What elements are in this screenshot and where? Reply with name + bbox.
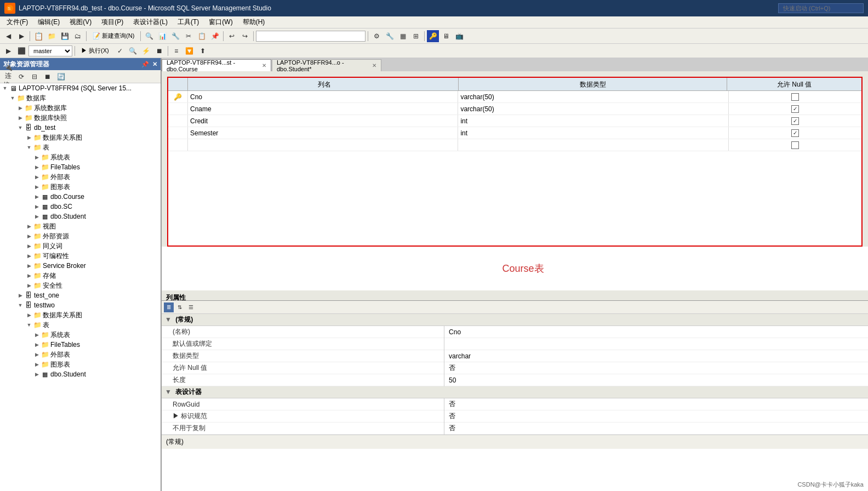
- debug-btn[interactable]: ⚡: [140, 45, 152, 57]
- parse-btn[interactable]: 🔍: [127, 45, 139, 57]
- prop-section-general[interactable]: ▼ (常规): [162, 314, 868, 326]
- tb-btn4[interactable]: 📊: [156, 30, 168, 42]
- stop-btn[interactable]: ⏹: [153, 45, 165, 57]
- new-query-btn[interactable]: 📝 新建查询(N): [89, 30, 138, 42]
- tree-item-graphtables[interactable]: ▶ 📁 图形表: [0, 182, 161, 192]
- props-btn1[interactable]: ≣: [164, 302, 174, 312]
- td-type-empty[interactable]: [458, 139, 728, 151]
- menu-file[interactable]: 文件(F): [2, 16, 32, 28]
- checkbox-semester[interactable]: [791, 129, 799, 137]
- tree-item-systables[interactable]: ▶ 📁 系统表: [0, 152, 161, 162]
- tb-btn5[interactable]: 🔧: [169, 30, 181, 42]
- tab-student-close[interactable]: ✕: [372, 62, 376, 68]
- table-row-empty[interactable]: [168, 139, 861, 151]
- menu-window[interactable]: 窗口(W): [204, 16, 237, 28]
- sort-btn[interactable]: ⬆: [197, 45, 209, 57]
- tree-item-programmability[interactable]: ▶ 📁 可编程性: [0, 251, 161, 261]
- toolbar-btn3[interactable]: 🗂: [72, 30, 84, 42]
- tree-item-servicebroker[interactable]: ▶ 📁 Service Broker: [0, 261, 161, 271]
- tree-item-testone[interactable]: ▶ 🗄 test_one: [0, 290, 161, 300]
- tree-item-diagrams[interactable]: ▶ 📁 数据库关系图: [0, 133, 161, 142]
- tree-item-synonyms[interactable]: ▶ 📁 同义词: [0, 241, 161, 251]
- menu-view[interactable]: 视图(V): [65, 16, 96, 28]
- toolbar-btn2[interactable]: 💾: [59, 30, 71, 42]
- table-row-cname[interactable]: Cname varchar(50): [168, 103, 861, 115]
- td-name-cno[interactable]: Cno: [188, 91, 458, 102]
- grid-btn[interactable]: ▦: [397, 30, 409, 42]
- tree-item-dbosc[interactable]: ▶ ▦ dbo.SC: [0, 202, 161, 212]
- tree-item-testtwo-systables[interactable]: ▶ 📁 系统表: [0, 330, 161, 340]
- quick-launch-input[interactable]: [778, 3, 864, 13]
- tb-btn7[interactable]: 📋: [196, 30, 208, 42]
- tree-item-tables[interactable]: ▼ 📁 表: [0, 142, 161, 152]
- tab-student[interactable]: LAPTOP-VT8FFR94...o - dbo.Student* ✕: [272, 59, 381, 71]
- toolbar-btn1[interactable]: 📁: [45, 30, 58, 42]
- tree-item-views[interactable]: ▶ 📁 视图: [0, 221, 161, 231]
- tree-item-testtwo-graph[interactable]: ▶ 📁 图形表: [0, 359, 161, 369]
- td-null-empty[interactable]: [729, 139, 861, 151]
- tree-item-testtwo-filetables[interactable]: ▶ 📁 FileTables: [0, 340, 161, 350]
- prop-row-identity[interactable]: ▶ 标识规范 否: [162, 410, 868, 423]
- tree-item-storage[interactable]: ▶ 📁 存储: [0, 271, 161, 281]
- td-name-credit[interactable]: Credit: [188, 115, 458, 127]
- tools-btn[interactable]: 🔧: [384, 30, 396, 42]
- tree-item-filetables[interactable]: ▶ 📁 FileTables: [0, 162, 161, 172]
- key-icon[interactable]: 🔑: [427, 30, 439, 42]
- tree-item-external[interactable]: ▶ 📁 外部资源: [0, 231, 161, 241]
- tree-item-snapshots[interactable]: ▶ 📁 数据库快照: [0, 113, 161, 123]
- tree-item-testtwo-diagrams[interactable]: ▶ 📁 数据库关系图: [0, 310, 161, 320]
- oe-pin[interactable]: 📌: [141, 61, 149, 68]
- db-icon-btn[interactable]: 🔍: [143, 30, 155, 42]
- tree-item-testtwo-tables[interactable]: ▼ 📁 表: [0, 320, 161, 330]
- undo-btn[interactable]: ↩: [226, 30, 238, 42]
- filter-btn[interactable]: 🔽: [184, 45, 196, 57]
- tb2-btn1[interactable]: ▶: [2, 45, 14, 57]
- tree-item-databases[interactable]: ▼ 📁 数据库: [0, 93, 161, 103]
- menu-project[interactable]: 项目(P): [97, 16, 128, 28]
- tab-course[interactable]: LAPTOP-VT8FFR94...st - dbo.Course ✕: [162, 59, 271, 71]
- checkbox-empty[interactable]: [791, 141, 799, 149]
- redo-btn[interactable]: ↪: [239, 30, 251, 42]
- td-type-cno[interactable]: varchar(50): [458, 91, 728, 102]
- tb2-btn2[interactable]: ⬛: [15, 45, 27, 57]
- oe-refresh-btn[interactable]: ⟳: [15, 71, 27, 83]
- tree-item-server[interactable]: ▼ 🖥 LAPTOP-VT8FFR94 (SQL Server 15...: [0, 83, 161, 93]
- menu-tools[interactable]: 工具(T): [173, 16, 203, 28]
- props-btn2[interactable]: ⇅: [175, 302, 185, 312]
- menu-edit[interactable]: 编辑(E): [33, 16, 64, 28]
- tree-item-testtwo-ext[interactable]: ▶ 📁 外部表: [0, 350, 161, 359]
- menu-tabledesigner[interactable]: 表设计器(L): [129, 16, 172, 28]
- oe-connect-btn[interactable]: 🔌 连接▾: [2, 71, 14, 83]
- prop-section-tabledesigner[interactable]: ▼ 表设计器: [162, 386, 868, 398]
- checkbox-cname[interactable]: [791, 105, 799, 113]
- checkbox-credit[interactable]: [791, 117, 799, 125]
- table-row-semester[interactable]: Semester int: [168, 127, 861, 139]
- tree-item-testtwo-student[interactable]: ▶ ▦ dbo.Student: [0, 369, 161, 379]
- search-input[interactable]: [256, 31, 366, 42]
- td-type-credit[interactable]: int: [458, 115, 728, 127]
- h-divider[interactable]: 列属性: [162, 296, 868, 300]
- checkbox-cno[interactable]: [791, 93, 799, 101]
- oe-stop-btn[interactable]: ⏹: [42, 71, 54, 83]
- td-name-empty[interactable]: [188, 139, 458, 151]
- td-null-cno[interactable]: [729, 91, 861, 102]
- tree-item-dbocourse[interactable]: ▶ ▦ dbo.Course: [0, 192, 161, 202]
- td-name-cname[interactable]: Cname: [188, 103, 458, 115]
- oe-close[interactable]: ✕: [152, 61, 157, 68]
- tb-btn8[interactable]: 📌: [209, 30, 221, 42]
- back-btn[interactable]: ◀: [2, 30, 14, 42]
- checkmark-btn[interactable]: ✓: [114, 45, 126, 57]
- td-null-credit[interactable]: [729, 115, 861, 127]
- td-null-semester[interactable]: [729, 127, 861, 139]
- tree-item-externaltables[interactable]: ▶ 📁 外部表: [0, 172, 161, 182]
- tb-btn6[interactable]: ✂: [182, 30, 195, 42]
- monitor-btn[interactable]: 📺: [453, 30, 465, 42]
- new-query-icon[interactable]: 📋: [32, 30, 44, 42]
- forward-btn[interactable]: ▶: [15, 30, 27, 42]
- settings-btn[interactable]: ⚙: [370, 30, 382, 42]
- database-dropdown[interactable]: master db_test: [28, 45, 72, 56]
- tree-item-sysdbs[interactable]: ▶ 📁 系统数据库: [0, 103, 161, 113]
- td-type-cname[interactable]: varchar(50): [458, 103, 728, 115]
- tree-item-security[interactable]: ▶ 📁 安全性: [0, 281, 161, 290]
- server-btn[interactable]: 🖥: [440, 30, 452, 42]
